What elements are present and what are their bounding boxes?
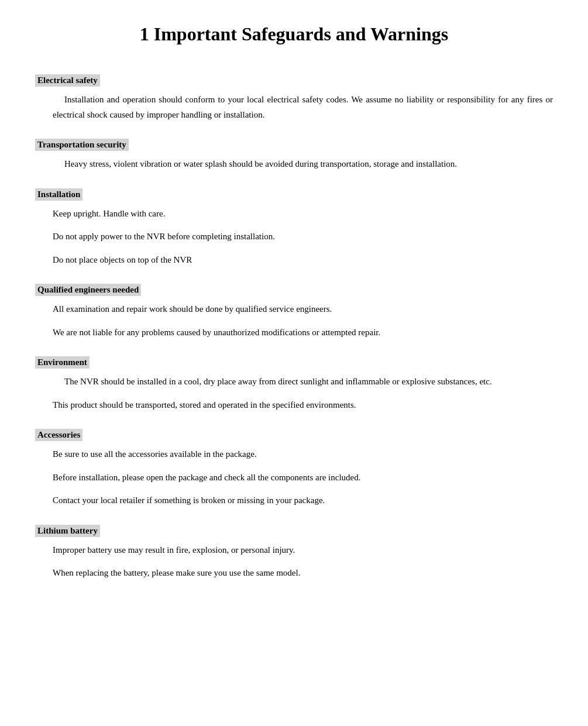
lithium-item-1: Improper battery use may result in fire,…	[53, 543, 553, 558]
heading-lithium-battery: Lithium battery	[35, 525, 100, 537]
section-electrical-safety: Electrical safety Installation and opera…	[35, 68, 553, 122]
section-body-electrical-safety: Installation and operation should confor…	[53, 92, 553, 122]
installation-item-2: Do not apply power to the NVR before com…	[53, 229, 553, 245]
section-accessories: Accessories Be sure to use all the acces…	[35, 423, 553, 508]
installation-item-3: Do not place objects on top of the NVR	[53, 253, 553, 268]
accessories-item-1: Be sure to use all the accessories avail…	[53, 447, 553, 462]
section-qualified-engineers: Qualified engineers needed All examinati…	[35, 278, 553, 340]
section-body-transportation-security: Heavy stress, violent vibration or water…	[53, 157, 553, 172]
paragraph-transportation-1: Heavy stress, violent vibration or water…	[53, 157, 553, 172]
accessories-item-2: Before installation, please open the pac…	[53, 470, 553, 486]
section-body-installation: Keep upright. Handle with care. Do not a…	[53, 207, 553, 268]
section-lithium-battery: Lithium battery Improper battery use may…	[35, 519, 553, 581]
section-body-qualified-engineers: All examination and repair work should b…	[53, 302, 553, 340]
installation-item-1: Keep upright. Handle with care.	[53, 207, 553, 222]
heading-transportation-security: Transportation security	[35, 139, 129, 151]
paragraph-electrical-safety-1: Installation and operation should confor…	[53, 92, 553, 122]
environment-paragraph-1: The NVR should be installed in a cool, d…	[53, 374, 553, 390]
section-installation: Installation Keep upright. Handle with c…	[35, 183, 553, 268]
section-body-environment: The NVR should be installed in a cool, d…	[53, 374, 553, 412]
section-environment: Environment The NVR should be installed …	[35, 350, 553, 412]
accessories-item-3: Contact your local retailer if something…	[53, 493, 553, 508]
qualified-item-2: We are not liable for any problems cause…	[53, 325, 553, 340]
content-area: Electrical safety Installation and opera…	[35, 68, 553, 581]
section-body-accessories: Be sure to use all the accessories avail…	[53, 447, 553, 508]
heading-qualified-engineers: Qualified engineers needed	[35, 284, 141, 296]
page-title: 1 Important Safeguards and Warnings	[35, 23, 553, 45]
section-transportation-security: Transportation security Heavy stress, vi…	[35, 133, 553, 172]
section-body-lithium-battery: Improper battery use may result in fire,…	[53, 543, 553, 581]
heading-accessories: Accessories	[35, 429, 82, 441]
qualified-item-1: All examination and repair work should b…	[53, 302, 553, 317]
heading-installation: Installation	[35, 188, 82, 201]
heading-electrical-safety: Electrical safety	[35, 74, 100, 87]
heading-environment: Environment	[35, 356, 90, 369]
lithium-item-2: When replacing the battery, please make …	[53, 566, 553, 581]
environment-paragraph-2: This product should be transported, stor…	[53, 398, 553, 413]
